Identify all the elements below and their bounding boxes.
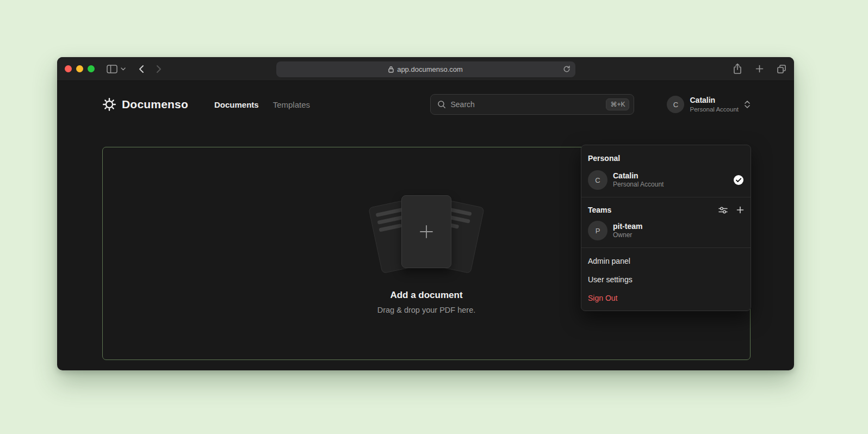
- account-menu-trigger[interactable]: C Catalin Personal Account: [667, 96, 751, 113]
- dropzone-subtitle: Drag & drop your PDF here.: [377, 306, 476, 314]
- main-nav: Documents Templates: [214, 100, 310, 109]
- add-team-icon[interactable]: [736, 206, 744, 214]
- back-icon[interactable]: [139, 65, 144, 73]
- plus-icon: [417, 222, 436, 241]
- check-circle-icon: [733, 175, 744, 185]
- personal-item-name: Catalin: [613, 171, 664, 181]
- dropzone-title: Add a document: [390, 290, 462, 301]
- search-icon: [437, 100, 446, 109]
- menu-item-user-settings[interactable]: User settings: [581, 270, 751, 289]
- app-header: Documenso Documents Templates ⌘+K C Cata…: [57, 81, 794, 128]
- address-bar[interactable]: app.documenso.com: [276, 61, 575, 77]
- team-role: Owner: [613, 231, 642, 240]
- minimize-icon[interactable]: [76, 65, 83, 72]
- avatar: P: [588, 221, 607, 240]
- refresh-icon[interactable]: [563, 65, 571, 73]
- new-tab-icon[interactable]: [755, 65, 764, 73]
- browser-window: app.documenso.com: [57, 57, 794, 370]
- account-name: Catalin: [690, 96, 739, 106]
- personal-account-item[interactable]: C Catalin Personal Account: [581, 167, 751, 193]
- search-input[interactable]: [450, 100, 602, 109]
- nav-templates[interactable]: Templates: [273, 100, 310, 109]
- page-content: Documenso Documents Templates ⌘+K C Cata…: [57, 81, 794, 370]
- divider: [581, 247, 751, 248]
- share-icon[interactable]: [733, 63, 742, 75]
- doc-card-center: [401, 195, 451, 268]
- close-icon[interactable]: [65, 65, 72, 72]
- teams-header: Teams: [581, 201, 751, 218]
- search-shortcut-badge: ⌘+K: [606, 98, 629, 110]
- team-name: pit-team: [613, 221, 642, 231]
- account-dropdown-menu: Personal C Catalin Personal Account Team…: [581, 145, 751, 311]
- avatar: C: [667, 96, 684, 113]
- browser-toolbar: app.documenso.com: [57, 57, 794, 81]
- traffic-lights: [65, 65, 95, 72]
- documents-illustration: [369, 193, 483, 276]
- team-item[interactable]: P pit-team Owner: [581, 218, 751, 244]
- url-text: app.documenso.com: [397, 65, 463, 73]
- brand[interactable]: Documenso: [102, 97, 188, 111]
- sidebar-toggle-icon[interactable]: [107, 65, 117, 73]
- teams-section-label: Teams: [588, 206, 611, 214]
- lock-icon: [388, 66, 394, 73]
- zoom-icon[interactable]: [88, 65, 95, 72]
- search-box[interactable]: ⌘+K: [430, 94, 634, 115]
- tab-overview-icon[interactable]: [777, 64, 786, 74]
- divider: [581, 197, 751, 197]
- avatar: C: [588, 170, 607, 190]
- personal-section-label: Personal: [581, 147, 751, 167]
- personal-item-subtitle: Personal Account: [613, 181, 664, 189]
- brand-name: Documenso: [122, 98, 188, 111]
- documenso-logo-icon: [102, 97, 116, 111]
- nav-documents[interactable]: Documents: [214, 100, 259, 109]
- chevron-down-icon[interactable]: [121, 67, 126, 71]
- forward-icon[interactable]: [156, 65, 162, 73]
- account-subtitle: Personal Account: [690, 106, 739, 113]
- menu-item-sign-out[interactable]: Sign Out: [581, 289, 751, 307]
- manage-teams-icon[interactable]: [718, 206, 728, 214]
- chevrons-updown-icon: [744, 100, 751, 109]
- menu-item-admin-panel[interactable]: Admin panel: [581, 252, 751, 270]
